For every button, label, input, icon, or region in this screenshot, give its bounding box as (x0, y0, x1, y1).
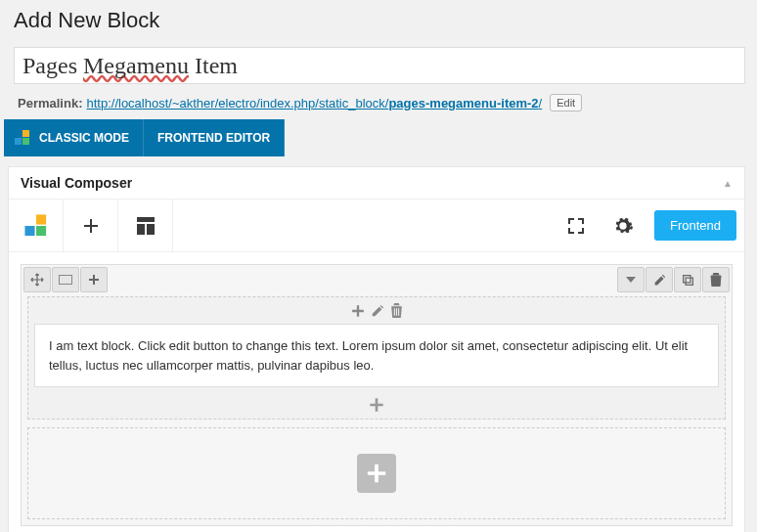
visual-composer-panel: Visual Composer ▲ (8, 166, 745, 532)
add-element-below-button[interactable] (28, 391, 725, 419)
settings-button[interactable] (601, 204, 645, 247)
collapse-toggle-icon[interactable]: ▲ (723, 178, 733, 189)
svg-rect-5 (36, 226, 46, 236)
svg-rect-0 (15, 138, 22, 145)
add-column-button[interactable] (80, 267, 108, 292)
frontend-editor-tab[interactable]: FRONTEND EDITOR (144, 119, 285, 156)
fullscreen-button[interactable] (555, 204, 598, 247)
title-part-before: Pages (22, 53, 83, 78)
classic-mode-tab[interactable]: CLASSIC MODE (4, 119, 144, 156)
mode-tabs: CLASSIC MODE FRONTEND EDITOR (4, 119, 745, 156)
edit-permalink-button[interactable]: Edit (550, 94, 582, 111)
svg-rect-1 (22, 130, 29, 137)
svg-rect-7 (137, 224, 145, 235)
delete-row-button[interactable] (702, 267, 730, 292)
permalink-slug: pages-megamenu-item-2 (388, 96, 538, 111)
svg-rect-6 (137, 217, 155, 222)
text-block[interactable]: I am text block. Click edit button to ch… (34, 324, 719, 387)
row-dropdown-button[interactable] (617, 267, 645, 292)
clone-row-button[interactable] (674, 267, 701, 292)
vc-logo-button[interactable] (9, 200, 64, 251)
column-add-button[interactable] (351, 303, 365, 318)
title-part-spellerr: Megamenu (83, 53, 189, 78)
vc-logo-icon (14, 129, 31, 147)
svg-rect-8 (147, 224, 155, 235)
column-delete-button[interactable] (390, 303, 403, 318)
vc-toolbar: Frontend (9, 200, 744, 252)
title-part-after: Item (189, 53, 238, 78)
vc-row: I am text block. Click edit button to ch… (21, 264, 733, 526)
vc-column: I am text block. Click edit button to ch… (27, 296, 726, 420)
svg-rect-4 (36, 214, 46, 224)
templates-button[interactable] (118, 200, 173, 251)
permalink-link[interactable]: http://localhost/~akther/electro/index.p… (86, 96, 542, 111)
svg-rect-2 (22, 138, 29, 145)
text-block-content: I am text block. Click edit button to ch… (49, 338, 688, 373)
empty-drop-zone[interactable] (27, 427, 726, 519)
panel-title: Visual Composer (21, 175, 132, 191)
add-row-button[interactable] (357, 454, 396, 493)
edit-row-button[interactable] (646, 267, 673, 292)
page-title: Add New Block (4, 6, 745, 47)
frontend-button[interactable]: Frontend (654, 210, 736, 241)
svg-rect-3 (24, 226, 34, 236)
svg-rect-11 (683, 275, 690, 282)
add-element-button[interactable] (64, 200, 118, 251)
frontend-editor-label: FRONTEND EDITOR (157, 131, 270, 145)
columns-layout-button[interactable] (52, 267, 79, 292)
svg-rect-12 (686, 278, 692, 285)
permalink-trail: / (539, 96, 543, 111)
column-edit-button[interactable] (371, 303, 384, 318)
permalink-base: http://localhost/~akther/electro/index.p… (86, 96, 388, 111)
permalink-row: Permalink: http://localhost/~akther/elec… (18, 94, 745, 111)
permalink-label: Permalink: (18, 96, 82, 111)
move-row-button[interactable] (23, 267, 51, 292)
svg-rect-10 (60, 276, 71, 284)
classic-mode-label: CLASSIC MODE (39, 131, 129, 145)
post-title-input[interactable]: Pages Megamenu Item (14, 47, 745, 84)
